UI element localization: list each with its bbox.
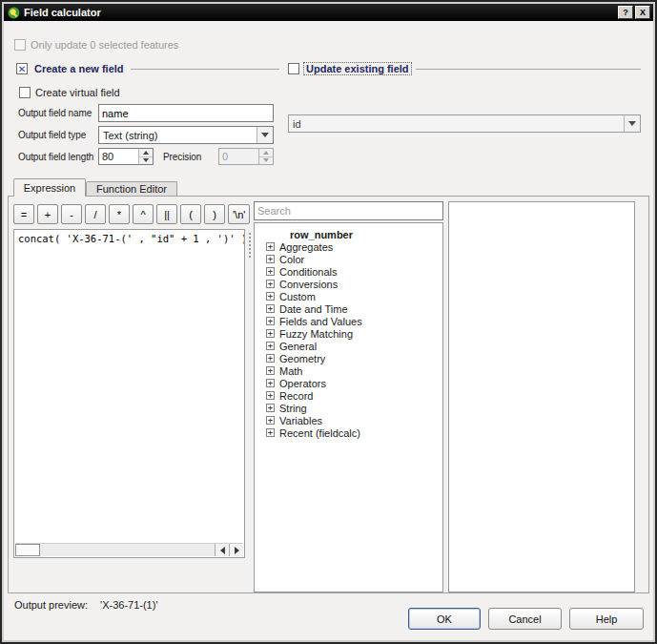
expand-plus-icon[interactable]: + [266, 416, 275, 425]
function-tree-item[interactable]: +Variables [255, 414, 442, 426]
function-tree-item[interactable]: +Recent (fieldcalc) [255, 426, 442, 439]
create-new-field-group-header: Create a new field [16, 62, 279, 74]
function-tree-item[interactable]: +Custom [255, 290, 442, 302]
operator-button[interactable]: ^ [133, 204, 154, 224]
function-tree-item-label: Variables [279, 415, 322, 426]
output-field-type-value: Text (string) [99, 127, 257, 143]
search-input[interactable] [254, 201, 443, 220]
expression-text[interactable]: concat( 'X-36-71-(' , "id" + 1 , ')' ) [14, 230, 244, 247]
operator-button-row: =+-/*^||()'\n' [13, 204, 250, 224]
field-calculator-dialog: Field calculator ? X Only update 0 selec… [0, 0, 657, 644]
expression-editor[interactable]: concat( 'X-36-71-(' , "id" + 1 , ')' ) [13, 229, 245, 558]
checkbox-box[interactable] [19, 87, 31, 98]
function-tree-item[interactable]: +Record [255, 389, 442, 402]
output-field-name-label: Output field name [18, 108, 92, 118]
output-field-type-combo[interactable]: Text (string) [98, 126, 274, 144]
tab-expression[interactable]: Expression [13, 178, 86, 197]
operator-button[interactable]: '\n' [228, 204, 250, 224]
close-button[interactable]: X [635, 6, 650, 19]
expand-plus-icon[interactable]: + [266, 280, 275, 288]
existing-field-value: id [289, 115, 624, 132]
function-tree-item[interactable]: +Conditionals [255, 265, 442, 278]
scroll-left-icon[interactable] [215, 544, 229, 556]
expand-plus-icon[interactable]: + [266, 366, 275, 375]
function-tree-item[interactable]: +Geometry [255, 352, 442, 364]
function-tree-item[interactable]: +Color [255, 253, 442, 265]
function-tree-item-label: Custom [279, 291, 316, 302]
window-title: Field calculator [24, 7, 616, 18]
function-tree-item-label: String [279, 403, 307, 414]
function-tree-item[interactable]: +Fuzzy Matching [255, 327, 442, 340]
help-button[interactable]: Help [569, 608, 644, 630]
group-divider [131, 69, 279, 70]
operator-button[interactable]: ( [180, 204, 201, 224]
expand-plus-icon[interactable]: + [266, 292, 275, 301]
expand-plus-icon[interactable]: + [266, 379, 275, 387]
operator-button[interactable]: / [85, 204, 106, 224]
help-titlebar-button[interactable]: ? [618, 6, 633, 19]
operator-button[interactable]: * [109, 204, 130, 224]
scrollbar-thumb[interactable] [15, 544, 40, 556]
function-tree-item[interactable]: +Date and Time [255, 302, 442, 315]
precision-label: Precision [163, 152, 201, 162]
spin-down-icon[interactable] [139, 156, 153, 165]
output-preview: Output preview: 'X-36-71-(1)' [14, 599, 158, 611]
expand-plus-icon[interactable]: + [266, 317, 275, 325]
expand-plus-icon[interactable]: + [266, 404, 275, 412]
output-field-length-spinner[interactable]: 80 [98, 148, 154, 165]
update-existing-field-title: Update existing field [304, 63, 411, 74]
operator-button[interactable]: = [13, 204, 34, 224]
expand-plus-icon[interactable]: + [266, 354, 275, 363]
operator-button[interactable]: - [61, 204, 82, 224]
function-tree-item[interactable]: +General [255, 340, 442, 352]
titlebar[interactable]: Field calculator ? X [4, 4, 653, 21]
function-tree-item[interactable]: row_number [255, 228, 442, 240]
create-new-field-title: Create a new field [32, 63, 126, 74]
precision-spinner: 0 [218, 148, 274, 165]
expand-plus-icon[interactable]: + [266, 428, 275, 437]
function-tree-item-label: Geometry [279, 353, 325, 364]
horizontal-scrollbar[interactable] [15, 543, 243, 556]
scroll-right-icon[interactable] [229, 544, 243, 556]
function-tree-item-label: Operators [279, 378, 326, 389]
function-tree-item[interactable]: +Conversions [255, 278, 442, 290]
update-existing-field-group-header: Update existing field [288, 62, 641, 74]
operator-button[interactable]: ) [204, 204, 225, 224]
expand-plus-icon[interactable]: + [266, 255, 275, 263]
ok-button[interactable]: OK [408, 608, 481, 630]
update-existing-field-checkbox[interactable] [288, 63, 299, 74]
expand-plus-icon[interactable]: + [266, 304, 275, 313]
dialog-body: Only update 0 selected features Create a… [4, 21, 653, 640]
expand-plus-icon[interactable]: + [266, 242, 275, 251]
function-tree-item-label: Fuzzy Matching [279, 328, 353, 340]
expand-plus-icon[interactable]: + [266, 391, 275, 400]
spin-down-icon [259, 156, 273, 165]
spin-up-icon[interactable] [139, 149, 153, 156]
create-virtual-field-checkbox[interactable]: Create virtual field [19, 86, 120, 98]
function-tree-item[interactable]: +Aggregates [255, 240, 442, 253]
function-tree-item-label: Aggregates [279, 241, 333, 253]
function-tree-item[interactable]: +Math [255, 364, 442, 377]
spinner-buttons [138, 149, 153, 164]
expand-plus-icon[interactable]: + [266, 329, 275, 338]
qgis-icon [7, 6, 20, 19]
function-tree-item[interactable]: +Fields and Values [255, 315, 442, 327]
output-field-length-value: 80 [99, 149, 138, 164]
spinner-buttons [258, 149, 273, 164]
expand-plus-icon[interactable]: + [266, 342, 275, 350]
create-new-field-checkbox[interactable] [16, 63, 28, 74]
operator-button[interactable]: || [156, 204, 177, 224]
operator-button[interactable]: + [37, 204, 58, 224]
only-update-label: Only update 0 selected features [31, 39, 178, 51]
scrollbar-track[interactable] [40, 544, 215, 556]
cancel-button[interactable]: Cancel [488, 608, 562, 630]
function-tree-item[interactable]: +String [255, 402, 442, 414]
expand-plus-icon[interactable]: + [266, 267, 275, 276]
function-tree[interactable]: row_number+Aggregates+Color+Conditionals… [254, 222, 443, 592]
function-tree-item-label: Record [279, 390, 313, 402]
panel-splitter[interactable] [249, 233, 251, 258]
tab-function-editor[interactable]: Function Editor [86, 181, 177, 196]
output-field-name-input[interactable] [98, 104, 274, 122]
function-tree-item[interactable]: +Operators [255, 377, 442, 389]
chevron-down-icon[interactable] [257, 127, 273, 143]
